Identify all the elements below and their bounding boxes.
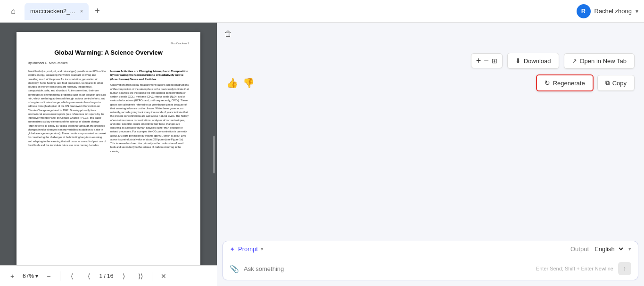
prompt-sparkle-icon: ✦ <box>230 245 235 253</box>
tab-close-icon[interactable]: × <box>80 8 83 15</box>
pdf-panel: MacCracken 1 Global Warming: A Science O… <box>0 23 217 286</box>
avatar: R <box>577 4 591 18</box>
open-new-tab-label: Open in New Tab <box>580 57 627 65</box>
top-bar: ⌂ maccracken2_... × + R Rachel zhong ▾ <box>0 0 644 23</box>
download-button[interactable]: ⬇ Download <box>507 53 559 69</box>
output-label: Output <box>570 245 589 253</box>
right-top-bar: 🗑 <box>217 23 644 45</box>
regen-copy-area: ↻ Regenerate ⧉ Copy <box>536 74 635 91</box>
pdf-body: Fossil fuels (i.e., coal, oil, and natur… <box>28 69 189 153</box>
pdf-left-column: Fossil fuels (i.e., coal, oil, and natur… <box>28 69 107 153</box>
nav-first-button[interactable]: ⟨ <box>65 270 78 283</box>
zoom-in-viewer-button[interactable]: + <box>476 57 481 65</box>
regenerate-label: Regenerate <box>553 80 585 87</box>
nav-next-icon: ⟩ <box>123 272 125 280</box>
pdf-page-header: MacCracken 1 <box>28 41 189 45</box>
ask-input[interactable] <box>244 265 531 272</box>
download-label: Download <box>524 57 551 65</box>
tab-pdf[interactable]: maccracken2_... × <box>25 3 89 20</box>
right-content: + − ⊞ ⬇ Download ↗ Open in New Tab <box>217 45 644 286</box>
feedback-buttons: 👍 👎 <box>226 77 255 89</box>
close-icon: ✕ <box>161 272 166 280</box>
scroll-indicator <box>213 136 215 173</box>
pdf-author: By Michael C. MacCracken <box>28 61 189 65</box>
nav-last-button[interactable]: ⟩⟩ <box>134 270 147 283</box>
fullscreen-button[interactable]: ⊞ <box>492 57 497 65</box>
pdf-subheading: Human Activities are Changing Atmospheri… <box>110 69 189 81</box>
regenerate-button[interactable]: ↻ Regenerate <box>536 74 594 91</box>
open-new-tab-icon: ↗ <box>572 57 577 65</box>
send-button[interactable]: ↑ <box>618 262 631 275</box>
page-number-display: 1 / 16 <box>99 273 113 279</box>
lang-chevron-icon: ▾ <box>628 246 631 252</box>
copy-icon: ⧉ <box>605 79 610 87</box>
prompt-chevron-icon: ▾ <box>261 246 264 252</box>
tab-label: maccracken2_... <box>30 8 75 15</box>
pdf-page: MacCracken 1 Global Warming: A Science O… <box>17 32 200 265</box>
input-hint: Enter Send; Shift + Enter Newline <box>536 266 613 271</box>
pdf-bottom-toolbar: + 67% ▾ − ⟨ ⟨ 1 / 16 ⟩ <box>0 265 217 286</box>
toolbar-separator-1 <box>60 271 60 281</box>
viewer-toolbar-row: + − ⊞ ⬇ Download ↗ Open in New Tab <box>217 45 644 73</box>
prompt-button[interactable]: ✦ Prompt ▾ <box>230 245 264 253</box>
close-panel-button[interactable]: ✕ <box>157 270 170 283</box>
thumbs-up-button[interactable]: 👍 <box>226 77 238 89</box>
feedback-row: 👍 👎 ↻ Regenerate ⧉ Copy <box>217 73 644 95</box>
output-lang-section: Output English Chinese Spanish French ▾ <box>570 245 631 253</box>
zoom-controls: + − ⊞ <box>471 53 503 68</box>
home-icon[interactable]: ⌂ <box>6 4 21 19</box>
prompt-label: Prompt <box>238 245 258 253</box>
regenerate-icon: ↻ <box>545 79 550 87</box>
zoom-out-icon: − <box>47 272 50 280</box>
pdf-right-text: Observations from global measurement sta… <box>110 83 189 153</box>
main-content: MacCracken 1 Global Warming: A Science O… <box>0 23 644 286</box>
nav-prev-button[interactable]: ⟨ <box>82 270 95 283</box>
zoom-level-display: 67% ▾ <box>23 273 38 279</box>
zoom-out-button[interactable]: − <box>42 270 55 283</box>
input-row: 📎 Enter Send; Shift + Enter Newline ↑ <box>223 257 638 280</box>
input-top-bar: ✦ Prompt ▾ Output English Chinese Spanis… <box>223 241 638 257</box>
toolbar-separator-2 <box>152 271 152 281</box>
right-panel: 🗑 + − ⊞ ⬇ Download ↗ Open in N <box>217 23 644 286</box>
input-area: ✦ Prompt ▾ Output English Chinese Spanis… <box>223 241 638 280</box>
zoom-in-button[interactable]: + <box>6 270 19 283</box>
copy-label: Copy <box>612 80 627 87</box>
delete-icon[interactable]: 🗑 <box>224 30 232 38</box>
open-new-tab-button[interactable]: ↗ Open in New Tab <box>564 53 635 69</box>
zoom-in-icon: + <box>10 272 14 280</box>
content-spacer <box>217 95 644 235</box>
nav-first-icon: ⟨ <box>71 272 73 280</box>
zoom-out-viewer-button[interactable]: − <box>484 57 489 65</box>
user-section: R Rachel zhong ▾ <box>577 4 639 18</box>
download-icon: ⬇ <box>515 57 521 65</box>
attach-icon[interactable]: 📎 <box>230 264 239 273</box>
pdf-right-column: Human Activities are Changing Atmospheri… <box>110 69 189 153</box>
user-menu-chevron[interactable]: ▾ <box>636 8 638 15</box>
nav-next-button[interactable]: ⟩ <box>117 270 130 283</box>
copy-button[interactable]: ⧉ Copy <box>597 75 635 91</box>
tab-bar: maccracken2_... × + <box>25 3 573 20</box>
tab-add-button[interactable]: + <box>91 5 104 18</box>
user-name: Rachel zhong <box>594 8 632 15</box>
nav-prev-icon: ⟨ <box>88 272 90 280</box>
nav-last-icon: ⟩⟩ <box>138 272 143 280</box>
pdf-content[interactable]: MacCracken 1 Global Warming: A Science O… <box>0 23 217 265</box>
pdf-title: Global Warming: A Science Overview <box>28 49 189 57</box>
send-icon: ↑ <box>623 265 627 272</box>
language-select[interactable]: English Chinese Spanish French <box>593 245 625 253</box>
thumbs-down-button[interactable]: 👎 <box>243 77 255 89</box>
